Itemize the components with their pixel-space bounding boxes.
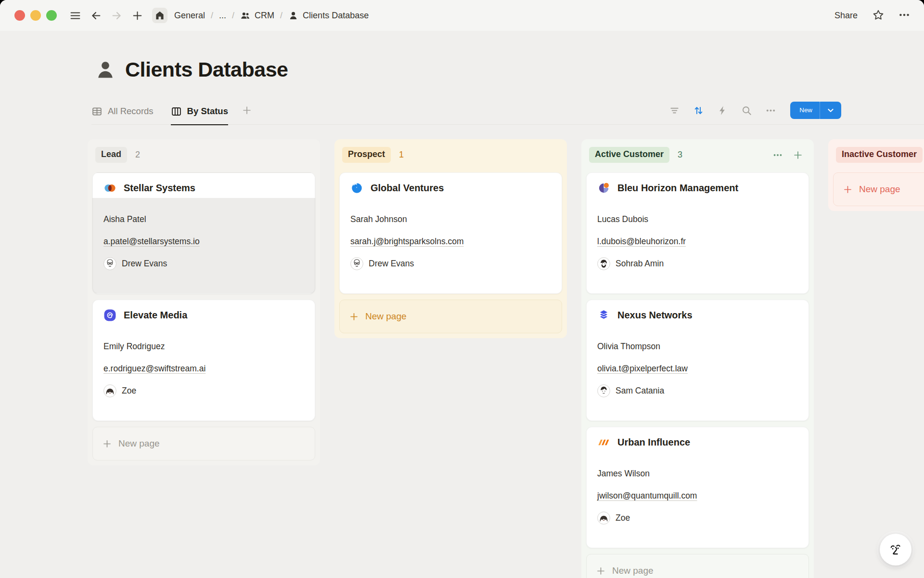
board-card-stellar-systems[interactable]: Stellar SystemsAisha Patela.patel@stella… [92,172,315,294]
card-email-row: olivia.t@pixelperfect.law [597,362,798,375]
new-page-button[interactable]: New page [833,172,924,206]
card-owner-name: Zoe [616,513,630,523]
share-button[interactable]: Share [834,11,858,21]
card-owner-row: Sam Catania [597,384,798,397]
avatar-zoe [597,512,610,525]
plus-icon [131,10,143,22]
sidebar-toggle-icon[interactable] [69,10,81,22]
plus-icon [596,566,606,576]
plus-icon [242,105,252,116]
new-tab-button[interactable] [131,10,143,22]
column-status-badge[interactable]: Lead [95,147,127,163]
card-email-link[interactable]: sarah.j@brightsparksolns.com [350,236,464,246]
new-record-dropdown-button[interactable] [820,102,841,119]
column-more-icon[interactable] [772,150,783,160]
card-contact: Sarah Johnson [350,213,551,225]
app-window: General/.../CRM/Clients Database Share C… [0,0,924,578]
card-title-row: Bleu Horizon Management [597,182,798,195]
logo-layers-icon [597,309,610,322]
card-title: Bleu Horizon Management [617,183,738,194]
card-email-row: e.rodriguez@swiftstream.ai [103,362,304,375]
card-email-row: jwilson@quantumquill.com [597,489,798,502]
column-header: Active Customer3 [586,144,809,163]
close-window-button[interactable] [14,10,25,21]
page-title[interactable]: Clients Database [125,58,288,81]
sort-button[interactable] [693,105,704,116]
breadcrumb-item-clients-database[interactable]: Clients Database [288,11,369,21]
board-card-elevate-media[interactable]: Elevate MediaEmily Rodrigueze.rodriguez@… [92,300,315,421]
new-page-button[interactable]: New page [586,554,809,578]
view-more-button[interactable] [765,105,776,116]
tab-label: All Records [108,106,154,117]
automation-button[interactable] [717,105,728,116]
window-controls [14,10,57,21]
view-tabs: All RecordsBy Status [91,106,228,125]
topbar-more-button[interactable] [898,9,911,23]
home-button[interactable] [152,8,167,23]
breadcrumb-item-general[interactable]: General [174,11,205,21]
column-count: 2 [135,150,140,160]
breadcrumb-item-crm[interactable]: CRM [240,11,274,21]
card-contact: Aisha Patel [103,213,304,225]
forward-button[interactable] [111,10,123,22]
card-owner-row: Zoe [103,384,304,397]
tab-all-records[interactable]: All Records [91,106,154,125]
breadcrumb-separator: / [280,11,282,21]
new-page-button[interactable]: New page [339,300,562,333]
zoom-window-button[interactable] [46,10,57,21]
board-card-nexus-networks[interactable]: Nexus NetworksOlivia Thompsonolivia.t@pi… [586,300,809,421]
tab-by-status[interactable]: By Status [171,106,228,125]
card-email-link[interactable]: l.dubois@bleuhorizon.fr [597,236,686,246]
plus-icon [843,184,853,195]
card-owner-name: Sohrab Amin [616,259,664,269]
plus-icon [102,439,112,449]
breadcrumb-label: ... [219,11,226,21]
breadcrumb-item-[interactable]: ... [219,11,226,21]
column-status-badge[interactable]: Prospect [342,147,391,163]
chevron-down-icon [826,105,835,115]
add-view-button[interactable] [242,105,252,124]
sort-icon [693,105,704,116]
card-title-row: Urban Influence [597,436,798,449]
avatar-zoe [103,384,116,397]
search-icon [741,105,752,116]
search-button[interactable] [741,105,752,116]
minimize-window-button[interactable] [30,10,41,21]
card-email-link[interactable]: e.rodriguez@swiftstream.ai [103,364,205,373]
card-email-row: sarah.j@brightsparksolns.com [350,235,551,248]
card-email-link[interactable]: olivia.t@pixelperfect.law [597,364,688,373]
card-owner-name: Drew Evans [122,259,167,269]
card-title-row: Stellar Systems [103,182,304,195]
assistant-watermark-button[interactable] [880,534,911,565]
view-tabs-row: All RecordsBy Status New [91,102,924,125]
board-column-inactive-customer: Inactive CustomerNew page [828,139,924,211]
card-owner-row: Drew Evans [103,257,304,270]
new-page-button[interactable]: New page [92,427,315,460]
kanban-board: Lead2Stellar SystemsAisha Patela.patel@s… [88,139,924,578]
back-button[interactable] [90,10,102,22]
column-add-icon[interactable] [793,150,803,160]
card-owner-name: Zoe [122,386,136,396]
page-person-icon[interactable] [94,59,116,81]
breadcrumb-separator: / [232,11,234,21]
new-page-label: New page [118,438,160,449]
breadcrumb-label: Clients Database [303,11,369,21]
filter-button[interactable] [669,105,680,116]
home-icon [154,10,165,21]
favorite-button[interactable] [872,9,885,23]
column-count: 3 [678,150,682,160]
card-email-link[interactable]: jwilson@quantumquill.com [597,491,697,500]
board-card-urban-influence[interactable]: Urban InfluenceJames Wilsonjwilson@quant… [586,427,809,548]
column-status-badge[interactable]: Active Customer [589,147,669,163]
board-card-global-ventures[interactable]: Global VenturesSarah Johnsonsarah.j@brig… [339,172,562,294]
card-title: Stellar Systems [124,183,195,194]
people-icon [240,11,250,21]
logo-venn-circles-icon [103,182,116,195]
card-contact: Lucas Dubois [597,213,798,225]
column-status-badge[interactable]: Inactive Customer [836,147,923,163]
avatar-sohrab-amin [597,257,610,270]
new-record-button[interactable]: New [790,102,820,119]
person-icon [288,11,298,21]
card-email-link[interactable]: a.patel@stellarsystems.io [103,236,200,246]
board-card-bleu-horizon-management[interactable]: Bleu Horizon ManagementLucas Duboisl.dub… [586,172,809,294]
